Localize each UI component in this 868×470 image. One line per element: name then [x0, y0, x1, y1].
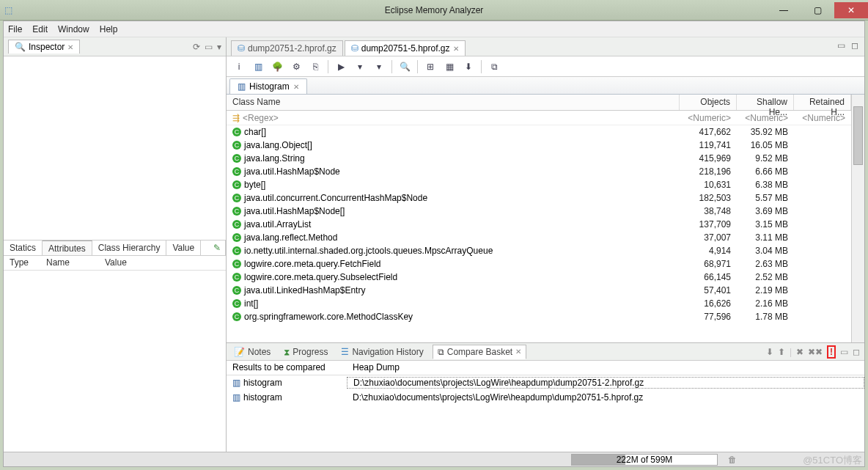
class-icon: C [232, 154, 241, 163]
class-icon: C [232, 286, 241, 295]
inspector-title: Inspector [29, 42, 65, 52]
class-icon: C [232, 207, 241, 216]
compare-results-button[interactable]: ! [827, 345, 836, 359]
class-icon: C [232, 260, 241, 268]
table-row[interactable]: Corg.springframework.core.MethodClassKey… [227, 310, 851, 323]
maximize-view-icon[interactable]: ◻ [851, 40, 858, 51]
table-row[interactable]: Cchar[]417,66235.92 MB [227, 125, 851, 139]
col-heap-dump[interactable]: Heap Dump [347, 361, 864, 375]
close-button[interactable]: ✕ [834, 2, 868, 18]
inspector-sub-tabs: Statics Attributes Class Hierarchy Value… [4, 240, 226, 256]
class-icon: C [232, 194, 241, 202]
filter-row[interactable]: ⇶<Regex> <Numeric> <Numeric> <Numeric> [227, 111, 851, 125]
inspector-tab[interactable]: 🔍 Inspector ✕ [8, 40, 80, 54]
editor-tab-bar: ⛁ dump20751-2.hprof.gz ⛁ dump20751-5.hpr… [227, 37, 864, 56]
maximize-button[interactable]: ▢ [801, 2, 834, 18]
move-up-icon[interactable]: ⬆ [778, 347, 785, 357]
compare-row[interactable]: ▥histogramD:\zhuxiao\documents\projects\… [227, 390, 864, 405]
tab-progress[interactable]: ⧗Progress [279, 345, 332, 359]
table-row[interactable]: Cjava.util.HashMap$Node[]38,7483.69 MB [227, 205, 851, 218]
title-bar: ⬚ Eclipse Memory Analyzer — ▢ ✕ [0, 0, 868, 21]
col-value[interactable]: Value [99, 256, 133, 270]
close-icon[interactable]: ✕ [453, 45, 459, 53]
inspector-icon: 🔍 [15, 42, 26, 52]
close-icon[interactable]: ✕ [293, 83, 299, 91]
close-icon[interactable]: ✕ [515, 348, 521, 356]
table-row[interactable]: Cjava.lang.Object[]119,74116.05 MB [227, 139, 851, 152]
col-objects[interactable]: Objects [680, 95, 737, 110]
oql-icon[interactable]: ⚙ [288, 59, 304, 75]
col-retained[interactable]: Retained H... [794, 95, 851, 110]
table-row[interactable]: Cjava.util.ArrayList137,7093.15 MB [227, 218, 851, 231]
table-row[interactable]: Cio.netty.util.internal.shaded.org.jctoo… [227, 244, 851, 257]
dropdown-icon[interactable]: ▾ [352, 59, 368, 75]
remove-all-icon[interactable]: ✖✖ [808, 347, 823, 357]
table-row[interactable]: Clogwire.core.meta.query.FetchField68,97… [227, 257, 851, 271]
run-icon[interactable]: ▶ [333, 59, 349, 75]
calc-icon[interactable]: ▦ [441, 59, 457, 75]
window-title: Eclipse Memory Analyzer [385, 5, 484, 15]
col-shallow[interactable]: Shallow He... [737, 95, 794, 110]
memory-usage-bar[interactable]: 222M of 599M [571, 454, 718, 466]
tab-nav-history[interactable]: ☰Navigation History [336, 345, 427, 359]
editor-tab-2[interactable]: ⛁ dump20751-5.hprof.gz ✕ [345, 40, 466, 56]
pin-icon[interactable]: ✎ [201, 240, 226, 255]
export-icon[interactable]: ⬇ [460, 59, 477, 75]
dominator-tree-icon[interactable]: 🌳 [269, 59, 285, 75]
tab-class-hierarchy[interactable]: Class Hierarchy [92, 240, 167, 255]
minimize-button[interactable]: — [767, 2, 801, 18]
menu-edit[interactable]: Edit [32, 24, 48, 34]
class-icon: C [232, 167, 241, 176]
tab-attributes[interactable]: Attributes [43, 240, 92, 255]
remove-icon[interactable]: ✖ [796, 347, 803, 357]
compare-row[interactable]: ▥histogramD:\zhuxiao\documents\projects\… [227, 375, 864, 390]
maximize-view-icon[interactable]: ◻ [853, 347, 860, 357]
tab-compare-basket[interactable]: ⧉Compare Basket✕ [433, 345, 526, 359]
sync-icon[interactable]: ⟳ [193, 42, 200, 52]
col-name[interactable]: Name [40, 256, 99, 270]
thread-icon[interactable]: ⎘ [307, 59, 323, 75]
minimize-view-icon[interactable]: ▭ [840, 347, 848, 357]
class-icon: C [232, 128, 241, 136]
tab-statics[interactable]: Statics [4, 240, 43, 255]
menu-file[interactable]: File [8, 24, 22, 34]
col-class-name[interactable]: Class Name [227, 95, 680, 110]
minimize-view-icon[interactable]: ▭ [837, 40, 845, 51]
history-icon: ☰ [341, 347, 349, 357]
table-row[interactable]: Cint[]16,6262.16 MB [227, 297, 851, 310]
col-type[interactable]: Type [4, 256, 40, 270]
vertical-scrollbar[interactable] [851, 95, 864, 342]
table-row[interactable]: Cjava.util.concurrent.ConcurrentHashMap$… [227, 191, 851, 205]
close-icon[interactable]: ✕ [67, 43, 73, 51]
find-icon[interactable]: 🔍 [397, 59, 413, 75]
heap-dump-icon: ⛁ [351, 43, 358, 54]
table-row[interactable]: Cjava.util.LinkedHashMap$Entry57,4012.19… [227, 284, 851, 297]
histogram-icon: ▥ [232, 378, 240, 388]
minimize-view-icon[interactable]: ▭ [205, 42, 213, 52]
histogram-icon[interactable]: ▥ [250, 59, 266, 75]
table-row[interactable]: Cjava.lang.String415,9699.52 MB [227, 152, 851, 165]
menu-help[interactable]: Help [100, 24, 118, 34]
menu-window[interactable]: Window [58, 24, 89, 34]
editor-tab-1[interactable]: ⛁ dump20751-2.hprof.gz [231, 40, 343, 56]
class-icon: C [232, 246, 241, 255]
histogram-icon: ▥ [238, 81, 246, 92]
col-results[interactable]: Results to be compared [227, 361, 347, 375]
tab-value[interactable]: Value [166, 240, 201, 255]
main-toolbar: i ▥ 🌳 ⚙ ⎘ ▶ ▾ ▾ 🔍 ⊞ ▦ ⬇ ⧉ [227, 56, 864, 77]
table-row[interactable]: Clogwire.core.meta.query.SubselectField6… [227, 271, 851, 284]
compare-icon[interactable]: ⧉ [486, 59, 502, 75]
histogram-inner-tab[interactable]: ▥ Histogram ✕ [229, 78, 307, 94]
inspector-pane: 🔍 Inspector ✕ ⟳ ▭ ▾ Statics Attributes C… [4, 37, 227, 466]
overview-icon[interactable]: i [231, 59, 247, 75]
class-icon: C [232, 273, 241, 282]
table-row[interactable]: Cjava.lang.reflect.Method37,0073.11 MB [227, 231, 851, 244]
gc-button[interactable]: 🗑 [728, 455, 737, 465]
dropdown-icon[interactable]: ▾ [371, 59, 387, 75]
tab-notes[interactable]: 📝Notes [229, 345, 275, 359]
table-row[interactable]: Cjava.util.HashMap$Node218,1966.66 MB [227, 165, 851, 178]
group-icon[interactable]: ⊞ [422, 59, 438, 75]
move-down-icon[interactable]: ⬇ [766, 347, 773, 357]
view-menu-icon[interactable]: ▾ [217, 42, 221, 52]
table-row[interactable]: Cbyte[]10,6316.38 MB [227, 178, 851, 191]
